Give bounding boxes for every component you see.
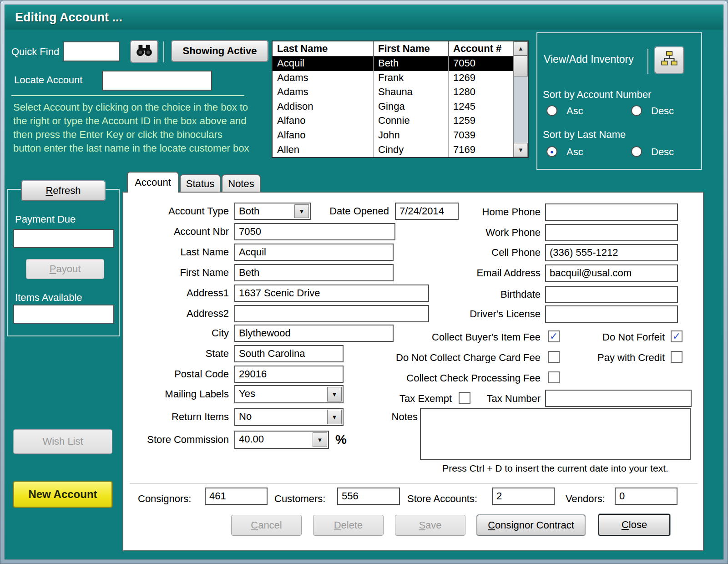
account-nbr-input[interactable] [234,223,395,240]
consignors-count-input[interactable] [205,488,268,505]
refresh-button[interactable]: Refresh [21,181,105,201]
sort-by-account-number-label: Sort by Account Number [543,89,651,101]
tab-account[interactable]: Account [127,172,179,193]
return-items-select[interactable]: No ▼ [234,408,344,426]
locate-account-label: Locate Account [14,74,82,86]
title-bar[interactable]: Editing Account ... [5,5,723,30]
scroll-up-icon: ▲ [518,45,524,52]
customers-count-input[interactable] [337,488,400,505]
account-type-label: Account Type [133,205,229,217]
state-input[interactable] [234,345,344,362]
sort-account-desc-radio[interactable] [631,105,642,116]
payment-due-input[interactable] [13,229,114,248]
return-items-label: Return Items [133,411,229,423]
cell-phone-label: Cell Phone [378,247,541,259]
account-list-row[interactable]: Allen Cindy 7169 [273,143,513,157]
home-phone-input[interactable] [545,203,678,221]
dropdown-arrow-icon[interactable]: ▼ [327,387,342,401]
account-list-row[interactable]: Adams Frank 1269 [273,71,513,86]
payout-button[interactable]: Payout [26,259,104,279]
collect-buyers-item-fee-checkbox[interactable]: ✓ [548,330,560,342]
collect-check-processing-fee-label: Collect Check Processing Fee [378,372,541,384]
collect-buyers-item-fee-label: Collect Buyer's Item Fee [378,331,541,343]
column-header-first-name[interactable]: First Name [374,41,449,56]
showing-active-button[interactable]: Showing Active [172,41,268,61]
column-header-account-nbr[interactable]: Account # [449,41,513,56]
items-available-input[interactable] [13,305,114,324]
do-not-collect-charge-card-fee-label: Do Not Collect Charge Card Fee [378,352,541,364]
window-title: Editing Account ... [15,10,122,24]
notes-label: Notes [381,411,418,423]
work-phone-input[interactable] [545,224,678,241]
dropdown-arrow-icon[interactable]: ▼ [313,432,327,447]
org-chart-icon [660,51,679,70]
account-list-header: Last Name First Name Account # [273,41,513,56]
notes-textarea[interactable] [420,408,691,460]
postal-code-label: Postal Code [133,368,229,380]
postal-code-input[interactable] [234,366,344,383]
first-name-input[interactable] [234,264,394,281]
birthdate-input[interactable] [545,286,678,303]
store-commission-select[interactable]: 40.00 ▼ [234,431,329,449]
locate-account-input[interactable] [102,71,212,91]
email-address-input[interactable] [545,264,678,282]
tax-number-input[interactable] [545,390,692,407]
instructions-text: Select Account by clicking on the choice… [13,101,252,155]
birthdate-label: Birthdate [378,289,541,300]
account-list-row[interactable]: Addison Ginga 1245 [273,100,513,114]
dropdown-arrow-icon[interactable]: ▼ [294,204,309,218]
collect-check-processing-fee-checkbox[interactable] [548,371,560,383]
account-type-select[interactable]: Both ▼ [234,203,311,220]
do-not-forfeit-checkbox[interactable]: ✓ [671,330,682,342]
first-name-label: First Name [133,267,229,279]
do-not-collect-charge-card-fee-checkbox[interactable] [548,351,560,363]
quick-find-input[interactable] [63,41,120,61]
separator [163,41,164,62]
wish-list-button[interactable]: Wish List [13,429,112,454]
scrollbar-thumb[interactable] [514,56,528,76]
account-list-row[interactable]: Alfano John 7039 [273,128,513,143]
new-account-button[interactable]: New Account [13,481,112,508]
scroll-up-button[interactable]: ▲ [514,41,528,56]
account-list-row[interactable]: Acquil Beth 7050 [273,56,513,71]
dropdown-arrow-icon[interactable]: ▼ [327,410,342,424]
account-list-row[interactable]: Adams Shauna 1280 [273,85,513,100]
tax-exempt-checkbox[interactable] [459,392,470,404]
cancel-button[interactable]: Cancel [231,515,302,536]
view-add-inventory-button[interactable] [655,47,684,73]
tab-notes[interactable]: Notes [222,174,261,193]
account-list-row[interactable]: Alfano Connie 1259 [273,114,513,128]
mailing-labels-select[interactable]: Yes ▼ [234,385,344,403]
delete-button[interactable]: Delete [313,515,384,536]
scroll-down-button[interactable]: ▼ [514,143,528,157]
column-header-last-name[interactable]: Last Name [273,41,374,56]
consignor-contract-button[interactable]: Consignor Contract [477,515,585,536]
tab-status[interactable]: Status [180,174,221,193]
home-phone-label: Home Phone [378,206,541,218]
account-list-scrollbar[interactable]: ▲ ▼ [513,41,528,157]
last-name-label: Last Name [133,246,229,258]
save-button[interactable]: Save [395,515,465,536]
vendors-label: Vendors: [566,493,605,505]
store-accounts-count-input[interactable] [492,488,555,505]
customers-label: Customers: [274,493,325,505]
drivers-license-input[interactable] [545,305,678,323]
tax-exempt-label: Tax Exempt [379,393,452,405]
sort-lastname-desc-radio[interactable] [631,146,642,157]
items-available-label: Items Available [15,292,82,304]
close-button[interactable]: Close [598,514,670,536]
divider-line [11,95,244,96]
last-name-input[interactable] [234,244,394,261]
editing-account-window: Editing Account ... Quick Find Showing A… [5,5,723,559]
address2-label: Address2 [133,308,229,320]
city-input[interactable] [234,325,394,342]
binoculars-button[interactable] [131,41,158,62]
percent-label: % [335,432,354,447]
vendors-count-input[interactable] [615,488,677,505]
inventory-panel-title: View/Add Inventory [544,53,634,66]
pay-with-credit-checkbox[interactable] [671,351,682,363]
city-label: City [133,327,229,339]
sort-account-asc-radio[interactable] [546,105,557,116]
cell-phone-input[interactable] [545,244,678,261]
sort-lastname-asc-radio[interactable]: ● [546,146,557,157]
